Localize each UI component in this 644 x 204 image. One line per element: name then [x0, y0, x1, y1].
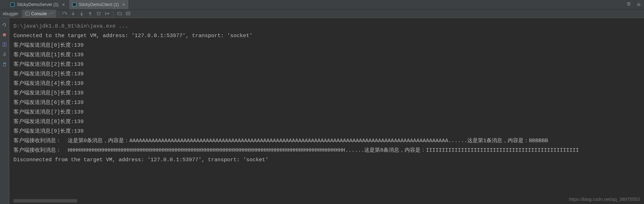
console-line: 客户端发送消息[1]长度:139	[13, 50, 640, 60]
svg-rect-11	[126, 12, 130, 13]
console-line: 客户端发送消息[8]长度:139	[13, 117, 640, 127]
console-line: 客户端发送消息[7]长度:139	[13, 107, 640, 117]
tab-client[interactable]: StickyDemoClient (1) ×	[69, 0, 129, 9]
step-into-button[interactable]	[69, 10, 77, 18]
trash-button[interactable]	[1, 61, 8, 68]
pin-button[interactable]	[1, 51, 8, 58]
svg-rect-6	[637, 5, 640, 6]
console-line: 客户端发送消息[0]长度:139	[13, 41, 640, 50]
tab-server[interactable]: StickyDemoServer (1) ×	[7, 0, 69, 9]
svg-rect-16	[4, 63, 5, 64]
tab-label: StickyDemoServer (1)	[17, 2, 58, 7]
console-line: 客户端发送消息[9]长度:139	[13, 127, 640, 136]
console-line: 客户端接收到消息： 这是第0条消息，内容是：AAAAAAAAAAAAAAAAAA…	[13, 136, 640, 146]
console-tab[interactable]: Console →*	[22, 10, 56, 18]
svg-rect-9	[118, 12, 122, 15]
svg-rect-10	[118, 13, 119, 13]
run-to-cursor-button[interactable]	[103, 10, 111, 18]
layout-button[interactable]	[1, 41, 8, 48]
watermark: https://blog.csdn.net/qq_38975553	[569, 197, 640, 202]
step-over-button[interactable]	[61, 10, 69, 18]
svg-rect-14	[2, 43, 4, 47]
app-icon	[72, 2, 77, 7]
svg-rect-7	[26, 12, 29, 16]
console-label: Console	[31, 11, 47, 16]
close-icon[interactable]: ×	[62, 2, 65, 7]
console-line: 客户端发送消息[2]长度:139	[13, 60, 640, 69]
console-output[interactable]: D:\java\jdk1.8.0_91\bin\java.exe ...Conn…	[9, 18, 644, 204]
svg-rect-13	[3, 33, 6, 36]
step-out-button[interactable]	[86, 10, 94, 18]
debugger-label: ebugger	[3, 11, 18, 16]
terminal-icon	[25, 11, 30, 16]
gear-icon[interactable]	[626, 1, 631, 6]
debug-toolbar: ebugger Console →*	[0, 10, 644, 18]
svg-rect-15	[5, 43, 6, 47]
debugger-tab[interactable]: ebugger	[0, 10, 22, 18]
run-config-tabs: StickyDemoServer (1) × StickyDemoClient …	[0, 0, 644, 10]
drop-frame-button[interactable]	[95, 10, 103, 18]
force-step-into-button[interactable]	[78, 10, 86, 18]
console-line: 客户端发送消息[6]长度:139	[13, 98, 640, 107]
console-line: 客户端发送消息[3]长度:139	[13, 69, 640, 79]
console-line: 客户端发送消息[5]长度:139	[13, 88, 640, 98]
trace-button[interactable]	[124, 10, 132, 18]
svg-rect-3	[73, 3, 76, 6]
svg-point-5	[628, 4, 629, 5]
command-line: D:\java\jdk1.8.0_91\bin\java.exe ...	[13, 22, 640, 31]
svg-rect-12	[126, 14, 130, 15]
minimize-icon[interactable]	[636, 1, 641, 6]
rerun-button[interactable]	[1, 22, 8, 28]
console-line: Disconnected from the target VM, address…	[13, 155, 640, 165]
left-gutter	[0, 18, 9, 204]
svg-rect-1	[11, 3, 14, 6]
console-line: 客户端接收到消息： HHHHHHHHHHHHHHHHHHHHHHHHHHHHHH…	[13, 146, 640, 155]
separator	[113, 11, 114, 17]
close-icon[interactable]: ×	[122, 2, 125, 7]
pin-icon: →*	[48, 12, 53, 16]
stop-button[interactable]	[1, 31, 8, 38]
evaluate-button[interactable]	[116, 10, 124, 18]
app-icon	[10, 2, 15, 7]
svg-rect-8	[81, 15, 83, 16]
horizontal-scrollbar[interactable]	[13, 199, 77, 203]
console-line: Connected to the target VM, address: '12…	[13, 31, 640, 41]
window-controls	[626, 1, 641, 6]
separator	[58, 11, 59, 17]
console-line: 客户端发送消息[4]长度:139	[13, 79, 640, 88]
tab-label: StickyDemoClient (1)	[79, 2, 119, 7]
